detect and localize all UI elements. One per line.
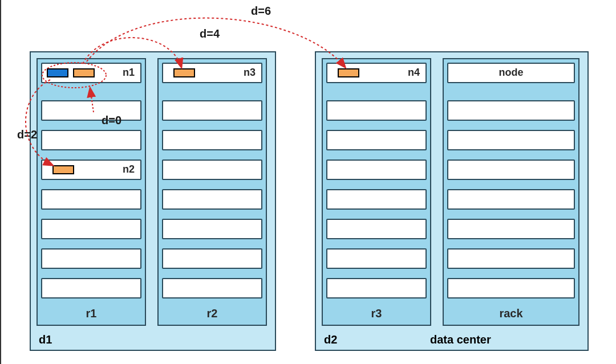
node-n3-slot: n3 [162,63,262,83]
empty-slot [41,278,141,298]
empty-slot [41,189,141,210]
distance-d2-label: d=2 [17,128,37,141]
network-distance-diagram: n1 n2 r1 n3 r [6,0,616,364]
empty-slot [41,130,141,150]
rack-label: rack [444,307,578,320]
rack-r1: n1 n2 r1 [37,58,146,326]
block-replica-n2 [52,165,74,174]
block-source [47,68,68,77]
empty-slot [41,219,141,239]
empty-slot [326,130,427,150]
empty-slot [41,100,141,121]
empty-slot [447,130,575,150]
datacenter-d2: n4 r3 node rack d2 data center [315,51,589,351]
empty-slot [447,248,575,269]
block-replica-n4 [338,68,359,77]
node-label: n3 [244,67,256,79]
rack-label: r2 [159,307,266,320]
empty-slot [162,278,262,298]
empty-slot [162,159,262,180]
datacenter-label: d1 [39,333,52,346]
rack-label: r3 [323,307,430,320]
rack-label: r1 [38,307,145,320]
distance-d6-label: d=6 [251,5,271,18]
empty-slot [162,248,262,269]
rack-generic: node rack [443,58,579,326]
node-label: node [448,67,574,79]
empty-slot [162,189,262,210]
empty-slot [162,100,262,121]
empty-slot [447,159,575,180]
empty-slot [326,278,427,298]
node-generic-slot: node [447,63,575,83]
node-label: n4 [408,67,420,79]
empty-slot [447,100,575,121]
empty-slot [447,189,575,210]
datacenter-d1: n1 n2 r1 n3 r [30,51,276,351]
rack-r2: n3 r2 [157,58,267,326]
empty-slot [326,189,427,210]
empty-slot [326,248,427,269]
block-replica-n1 [73,68,95,77]
node-n1-slot: n1 [41,63,141,83]
distance-d4-label: d=4 [200,27,220,40]
datacenter-label: d2 [324,333,337,346]
node-label: n1 [123,67,135,79]
empty-slot [447,219,575,239]
empty-slot [447,278,575,298]
distance-d0-label: d=0 [102,114,121,127]
empty-slot [326,100,427,121]
node-n2-slot: n2 [41,159,141,180]
block-replica-n3 [173,68,195,77]
empty-slot [162,219,262,239]
empty-slot [162,130,262,150]
datacenter-caption: data center [430,333,491,346]
rack-r3: n4 r3 [322,58,431,326]
empty-slot [41,248,141,269]
node-n4-slot: n4 [326,63,427,83]
empty-slot [326,219,427,239]
node-label: n2 [123,163,135,175]
empty-slot [326,159,427,180]
